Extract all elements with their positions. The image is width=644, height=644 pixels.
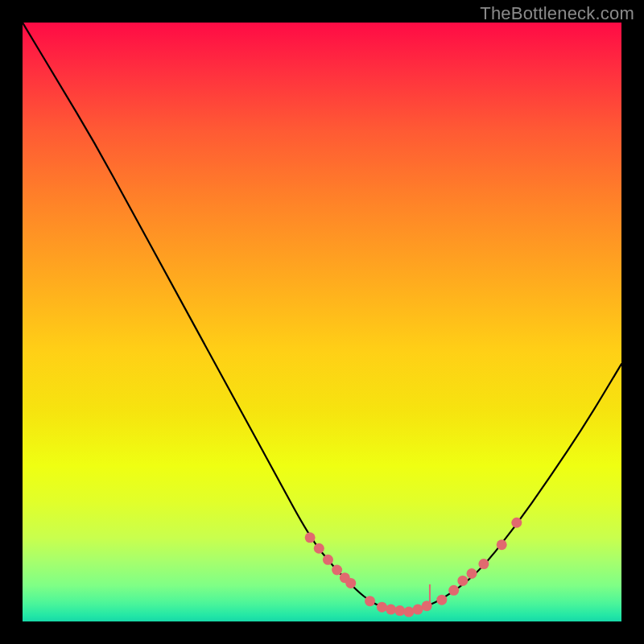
data-point (345, 578, 356, 588)
attribution-text: TheBottleneck.com (480, 3, 634, 24)
data-point (403, 607, 414, 617)
bottleneck-curve (23, 23, 621, 612)
data-point (457, 576, 468, 586)
data-point (478, 559, 489, 569)
data-point (323, 555, 333, 565)
data-point (467, 568, 477, 579)
data-point (436, 595, 447, 605)
data-points (305, 518, 522, 617)
data-point (413, 605, 423, 615)
data-point (365, 596, 375, 606)
chart-root: TheBottleneck.com (0, 0, 644, 644)
data-point (386, 605, 396, 615)
data-point (497, 539, 507, 550)
data-point (394, 605, 405, 616)
data-point (511, 518, 522, 528)
data-point (377, 602, 387, 613)
curve-svg (23, 23, 621, 621)
plot-area (23, 23, 621, 621)
data-point (305, 532, 316, 543)
data-point (448, 585, 459, 596)
data-point (332, 565, 342, 576)
data-point (314, 543, 324, 554)
